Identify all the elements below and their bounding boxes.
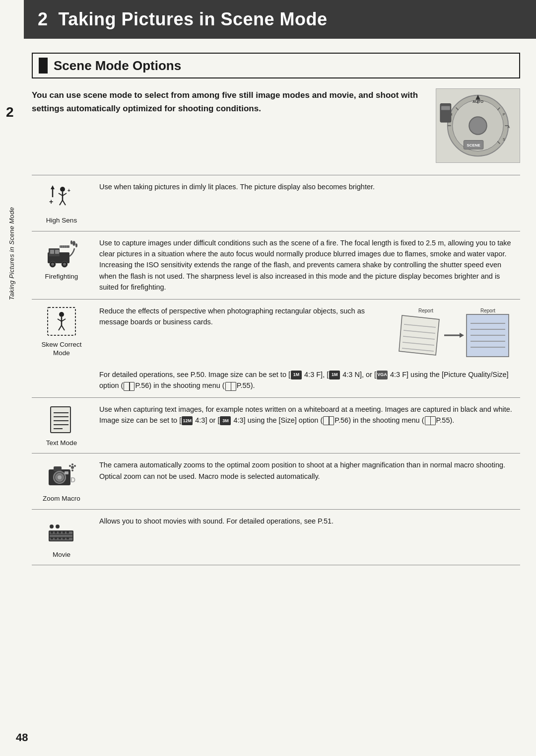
svg-rect-102 (63, 531, 65, 533)
book-icon-3 (323, 416, 334, 425)
skew-bottom: For detailed operations, see P.50. Image… (99, 369, 516, 391)
icon-cell-zoommacro: D Zoom Macro (32, 454, 91, 510)
svg-rect-107 (63, 537, 65, 539)
chapter-title: 2 Taking Pictures in Scene Mode (38, 9, 522, 30)
movie-label: Movie (36, 550, 87, 559)
svg-point-88 (74, 465, 76, 467)
highsens-label: High Sens (36, 216, 87, 225)
textmode-icon (46, 404, 77, 436)
svg-point-86 (71, 466, 74, 469)
svg-rect-103 (67, 531, 69, 533)
icon-cell-highsens: + + High Sens (32, 175, 91, 231)
table-row: Movie Allows you to shoot movies with so… (32, 509, 520, 565)
chapter-header: 2 Taking Pictures in Scene Mode (24, 0, 536, 39)
svg-text:+: + (67, 188, 70, 193)
firefighting-icon (46, 237, 77, 269)
intro-section: You can use scene mode to select from am… (32, 88, 520, 163)
icon-cell-movie: Movie (32, 509, 91, 565)
side-label-wrapper: Taking Pictures in Scene Mode (0, 159, 24, 348)
svg-point-3 (469, 117, 487, 135)
side-label: Taking Pictures in Scene Mode (8, 207, 16, 300)
section-header: Scene Mode Options (32, 53, 520, 78)
skew-label: Skew CorrectMode (36, 340, 87, 358)
svg-point-47 (75, 243, 77, 247)
zoommacro-desc: The camera automatically zooms to the op… (91, 454, 520, 510)
svg-rect-19 (441, 106, 450, 110)
table-row: Skew CorrectMode Reduce the effects of p… (32, 299, 520, 397)
svg-text:Report: Report (418, 308, 433, 313)
svg-rect-20 (47, 182, 76, 212)
svg-text:D: D (70, 476, 75, 484)
icon-cell-textmode: Text Mode (32, 397, 91, 454)
firefighting-desc: Use to capture images under difficult co… (91, 231, 520, 299)
svg-rect-100 (55, 531, 57, 533)
svg-rect-35 (55, 250, 59, 254)
svg-point-90 (71, 469, 73, 471)
table-row: Text Mode Use when capturing text images… (32, 397, 520, 454)
svg-point-45 (72, 241, 75, 246)
firefighting-label: Firefighting (36, 272, 87, 281)
main-content: 2 Taking Pictures in Scene Mode Scene Mo… (24, 0, 536, 756)
svg-rect-106 (59, 537, 61, 539)
movie-desc: Allows you to shoot movies with sound. F… (91, 509, 520, 565)
icon-cell-skew: Skew CorrectMode (32, 299, 91, 397)
svg-line-28 (60, 200, 63, 205)
svg-point-84 (58, 475, 62, 479)
svg-rect-85 (65, 471, 68, 474)
svg-text:P: P (503, 113, 505, 116)
section-marker (39, 58, 48, 74)
textmode-label: Text Mode (36, 439, 87, 448)
side-tab: 2 Taking Pictures in Scene Mode (0, 0, 24, 756)
table-row: D Zoom Macro The camera automatically zo… (32, 454, 520, 510)
book-icon-2 (225, 382, 236, 391)
section-title: Scene Mode Options (54, 58, 181, 74)
intro-text: You can use scene mode to select from am… (32, 88, 424, 115)
movie-icon (46, 516, 77, 547)
dial-image: AUTO P A S M SCENE (436, 88, 520, 163)
zoommacro-icon: D (46, 459, 77, 491)
page: 2 Taking Pictures in Scene Mode 2 Taking… (0, 0, 536, 756)
skew-desc-cell: Reduce the effects of perspective when p… (91, 299, 520, 397)
svg-point-24 (60, 187, 65, 192)
svg-rect-81 (54, 466, 62, 471)
badge-12m: 12M (182, 416, 193, 425)
svg-rect-99 (51, 531, 53, 533)
svg-text:+: + (49, 198, 53, 206)
book-icon-1 (124, 382, 134, 391)
svg-marker-57 (399, 315, 439, 355)
skew-top: Reduce the effects of perspective when p… (99, 305, 516, 365)
svg-rect-104 (51, 537, 53, 539)
svg-marker-64 (460, 333, 464, 338)
table-row: + + High Sens (32, 175, 520, 231)
svg-point-89 (69, 465, 71, 467)
svg-point-87 (71, 463, 73, 465)
book-icon-4 (425, 416, 436, 425)
skew-icon (46, 305, 77, 337)
svg-point-37 (51, 263, 54, 266)
svg-rect-101 (59, 531, 61, 533)
svg-point-50 (59, 312, 64, 317)
svg-rect-105 (55, 537, 57, 539)
skew-text: Reduce the effects of perspective when p… (99, 305, 383, 328)
skew-desc: Reduce the effects of perspective when p… (99, 305, 516, 391)
table-row: Firefighting Use to capture images under… (32, 231, 520, 299)
badge-vga: VGA (377, 371, 388, 379)
page-number: 48 (16, 731, 28, 744)
highsens-icon: + + (46, 181, 77, 213)
badge-3m: 3M (220, 416, 231, 425)
zoommacro-label: Zoom Macro (36, 494, 87, 503)
badge-1m-2: 1M (329, 371, 340, 379)
svg-text:Report: Report (480, 308, 495, 313)
textmode-desc: Use when capturing text images, for exam… (91, 397, 520, 454)
svg-line-54 (59, 325, 62, 330)
svg-point-39 (63, 263, 66, 266)
svg-line-29 (63, 200, 66, 205)
skew-image-area: Report (387, 305, 516, 365)
svg-text:SCENE: SCENE (467, 143, 480, 148)
highsens-desc: Use when taking pictures in dimly lit pl… (91, 175, 520, 231)
svg-rect-34 (50, 250, 54, 254)
svg-text:S: S (503, 138, 505, 141)
badge-1m-1: 1M (291, 371, 302, 379)
svg-point-93 (50, 525, 54, 529)
svg-marker-22 (51, 185, 55, 189)
